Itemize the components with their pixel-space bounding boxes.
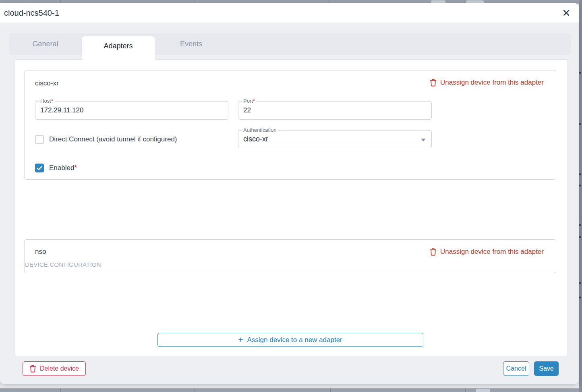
dialog-header: cloud-ncs540-1 ✕: [0, 3, 579, 23]
required-asterisk: *: [253, 98, 255, 104]
unassign-cisco-xr-link[interactable]: Unassign device from this adapter: [430, 79, 544, 87]
direct-connect-label: Direct Connect (avoid tunnel if configur…: [49, 135, 177, 143]
tab-adapters[interactable]: Adapters: [82, 36, 155, 60]
check-icon: [37, 166, 42, 170]
authentication-select[interactable]: Authentication cisco-xr: [238, 130, 432, 148]
host-label: Host: [40, 98, 51, 104]
checkbox-checked-icon[interactable]: [35, 164, 44, 172]
trash-icon: [430, 79, 437, 87]
enabled-label: Enabled: [49, 164, 74, 172]
port-value: 22: [243, 106, 251, 114]
chevron-down-icon: [421, 139, 426, 141]
tab-events[interactable]: Events: [155, 33, 228, 55]
trash-icon: [29, 365, 36, 373]
host-value: 172.29.11.120: [40, 106, 83, 114]
unassign-label: Unassign device from this adapter: [440, 248, 544, 256]
dialog-footer: Delete device Cancel Save: [9, 356, 571, 384]
trash-icon: [430, 248, 437, 256]
unassign-nso-link[interactable]: Unassign device from this adapter: [430, 248, 544, 256]
assign-device-button[interactable]: + Assign device to a new adapter: [157, 333, 423, 347]
connect-auth-row: Direct Connect (avoid tunnel if configur…: [35, 130, 545, 148]
dialog-title: cloud-ncs540-1: [4, 8, 59, 18]
adapter-card-nso: nso Unassign device from this adapter DE…: [24, 239, 556, 273]
tab-general[interactable]: General: [9, 33, 82, 55]
delete-device-label: Delete device: [40, 365, 79, 372]
adapter-card-cisco-xr: cisco-xr Unassign device from this adapt…: [24, 70, 556, 180]
background-table-edge: [579, 0, 582, 392]
device-dialog: cloud-ncs540-1 ✕ General Adapters Events…: [0, 3, 579, 384]
required-asterisk: *: [51, 98, 53, 104]
device-configuration-heading: DEVICE CONFIGURATION: [25, 261, 545, 268]
port-label: Port: [243, 98, 253, 104]
authentication-label: Authentication: [243, 127, 276, 133]
plus-icon: +: [238, 335, 243, 344]
authentication-value: cisco-xr: [243, 135, 268, 143]
enabled-checkbox[interactable]: Enabled*: [35, 164, 77, 172]
required-asterisk: *: [74, 164, 77, 172]
port-field[interactable]: Port* 22: [238, 101, 432, 120]
close-icon[interactable]: ✕: [559, 6, 573, 20]
adapters-panel: cisco-xr Unassign device from this adapt…: [14, 59, 568, 356]
dialog-body: General Adapters Events cisco-xr Unassig…: [0, 23, 579, 384]
host-port-row: Host* 172.29.11.120 Port* 22: [35, 101, 545, 120]
delete-device-button[interactable]: Delete device: [23, 361, 86, 376]
checkbox-unchecked-icon[interactable]: [35, 135, 44, 144]
enabled-row: Enabled*: [35, 164, 545, 172]
assign-device-label: Assign device to a new adapter: [247, 336, 342, 344]
background-table-row: [0, 388, 582, 392]
tab-bar: General Adapters Events: [9, 33, 571, 55]
unassign-label: Unassign device from this adapter: [440, 79, 544, 87]
direct-connect-checkbox[interactable]: Direct Connect (avoid tunnel if configur…: [35, 135, 177, 144]
host-field[interactable]: Host* 172.29.11.120: [35, 101, 228, 120]
save-button[interactable]: Save: [534, 361, 559, 376]
cancel-button[interactable]: Cancel: [503, 361, 529, 376]
